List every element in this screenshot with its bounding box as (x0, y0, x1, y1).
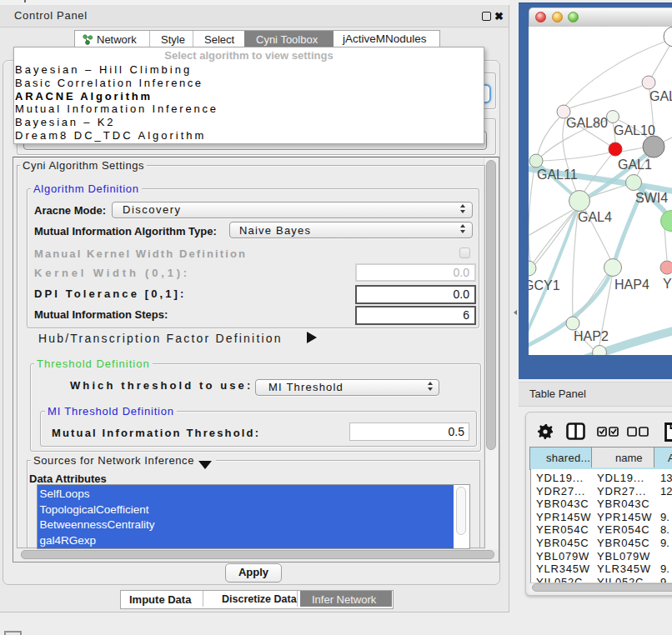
svg-text:SWI4: SWI4 (635, 191, 668, 205)
svg-text:GAL2: GAL2 (649, 89, 672, 103)
svg-text:GAL11: GAL11 (537, 168, 578, 182)
svg-text:GCY1: GCY1 (529, 278, 560, 292)
svg-text:GAL4: GAL4 (578, 210, 612, 224)
svg-text:HAP2: HAP2 (574, 329, 609, 343)
svg-text:Y: Y (663, 277, 672, 291)
svg-text:HAP4: HAP4 (614, 278, 649, 292)
svg-text:GAL10: GAL10 (614, 123, 655, 138)
svg-text:GAL1: GAL1 (618, 158, 652, 172)
svg-text:GAL80: GAL80 (566, 116, 608, 130)
